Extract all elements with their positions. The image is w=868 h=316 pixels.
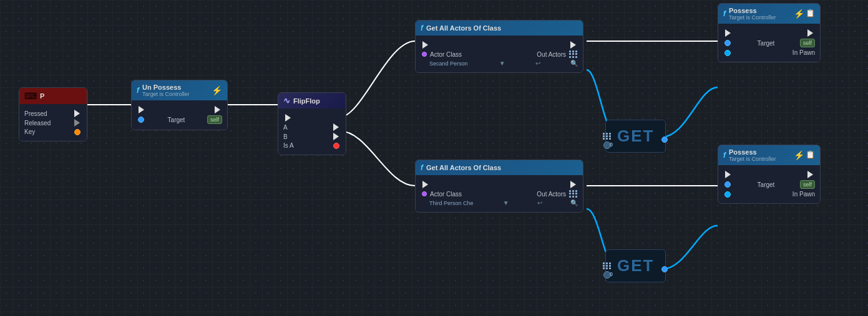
search-icon-bottom[interactable]: 🔍	[570, 199, 578, 206]
pressed-pin[interactable]	[74, 110, 80, 117]
key-row: Key	[24, 128, 82, 135]
out-actors-pin[interactable]	[569, 50, 577, 58]
possess-top-pawn-label: In Pawn	[792, 49, 815, 56]
released-pin[interactable]	[74, 119, 80, 127]
possess-bottom-pawn-label: In Pawn	[792, 191, 815, 198]
possess-top-title: Possess	[729, 7, 776, 14]
possess-bottom-pawn-row: In Pawn	[723, 191, 815, 198]
b-label: B	[283, 133, 288, 140]
possess-bottom-pawn-pin[interactable]	[724, 191, 731, 198]
possess-bottom-book: 📋	[806, 150, 815, 160]
possess-bottom-self: self	[800, 180, 815, 189]
possess-bottom-exec-in[interactable]	[725, 171, 731, 178]
key-p-title: P	[40, 92, 44, 100]
search-icon-top[interactable]: 🔍	[570, 60, 578, 67]
un-possess-target-row: Target self	[137, 115, 222, 124]
released-row: Released	[24, 119, 82, 127]
gat-exec-out[interactable]	[570, 41, 576, 49]
possess-bottom-bolt: ⚡	[794, 150, 804, 160]
un-possess-titles: Un Possess Target is Controller	[142, 84, 190, 97]
possess-bottom-target-row: Target self	[723, 180, 815, 189]
get-actors-bottom-header: f Get All Actors Of Class	[416, 160, 583, 175]
pressed-row: Pressed	[24, 110, 82, 117]
possess-bottom-subtitle: Target is Controller	[729, 156, 776, 162]
dropdown-icon-bottom[interactable]: ▼	[503, 199, 509, 206]
get-actors-top-title: Get All Actors Of Class	[426, 24, 501, 32]
possess-top-target-pin[interactable]	[724, 40, 731, 46]
un-possess-header: f Un Possess Target is Controller ⚡	[132, 80, 227, 100]
actor-class-bottom-row: Actor Class Out Actors	[421, 190, 578, 198]
out-actors-bottom-pin[interactable]	[569, 190, 577, 198]
get-top-out[interactable]	[661, 136, 668, 143]
gab-exec-out[interactable]	[570, 181, 576, 188]
reset-icon-top[interactable]: ↩	[535, 60, 540, 67]
get-actors-bottom-title: Get All Actors Of Class	[426, 164, 501, 171]
gab-exec-in[interactable]	[422, 181, 428, 188]
is-a-row: Is A	[283, 142, 341, 149]
actor-class-label: Actor Class	[430, 51, 462, 58]
actor-class-value-top: Secand Person ▼ ↩ 🔍	[421, 60, 578, 67]
un-possess-exec-row	[137, 106, 222, 113]
possess-bottom-exec-out[interactable]	[807, 171, 813, 178]
possess-top-pawn-row: In Pawn	[723, 49, 815, 56]
a-pin[interactable]	[333, 123, 339, 131]
flipflop-exec-row	[283, 114, 341, 122]
func-icon-top: f	[421, 24, 423, 32]
un-possess-title: Un Possess	[142, 84, 190, 91]
get-top-array-in[interactable]	[603, 133, 610, 140]
is-a-label: Is A	[283, 142, 294, 149]
possess-bottom-exec	[723, 171, 815, 178]
get-top-text: GET	[617, 127, 654, 146]
possess-bottom-title: Possess	[729, 148, 776, 156]
actor-class-top-row: Actor Class Out Actors	[421, 50, 578, 58]
func-icon: f	[137, 86, 139, 95]
possess-top-book: 📋	[806, 9, 815, 19]
possess-bottom-target-pin[interactable]	[724, 181, 731, 188]
self-badge: self	[207, 115, 222, 124]
possess-top-bolt: ⚡	[794, 9, 804, 19]
possess-top-func-icon: f	[723, 9, 726, 18]
get-actors-top-node: f Get All Actors Of Class Actor Class Ou…	[415, 20, 583, 73]
ff-exec-in[interactable]	[285, 114, 291, 122]
key-p-body: Pressed Released Key	[19, 104, 87, 141]
actor-class-bottom-left: Actor Class	[421, 191, 462, 198]
target-in-pin[interactable]	[138, 117, 144, 123]
b-pin[interactable]	[333, 133, 339, 140]
possess-top-exec-in[interactable]	[725, 29, 731, 37]
exec-out-pin[interactable]	[215, 106, 220, 113]
is-a-pin[interactable]	[333, 143, 339, 149]
possess-bottom-body: Target self In Pawn	[718, 165, 820, 203]
un-possess-body: Target self	[132, 100, 227, 130]
get-bottom-node: 0 GET	[605, 249, 666, 282]
b-row: B	[283, 133, 341, 140]
get-bottom-index-label: 0	[610, 271, 613, 277]
possess-bottom-target-label: Target	[758, 181, 775, 188]
possess-top-exec	[723, 29, 815, 37]
flipflop-icon: ∿	[283, 96, 290, 105]
released-label: Released	[24, 120, 51, 127]
dropdown-icon-top[interactable]: ▼	[499, 60, 505, 67]
possess-bottom-header: f Possess Target is Controller ⚡ 📋	[718, 145, 820, 165]
actor-class-pin[interactable]	[422, 52, 427, 57]
func-icon-bottom: f	[421, 163, 423, 172]
get-bottom-text: GET	[617, 256, 654, 275]
out-actors-right: Out Actors	[537, 50, 578, 58]
actor-class-bottom-pin[interactable]	[422, 191, 427, 196]
possess-top-header: f Possess Target is Controller ⚡ 📋	[718, 4, 820, 24]
a-label: A	[283, 124, 288, 131]
get-top-index-label: 0	[610, 141, 613, 148]
key-pin[interactable]	[74, 129, 80, 135]
un-possess-subtitle: Target is Controller	[142, 91, 190, 97]
get-bottom-array-in[interactable]	[603, 262, 610, 270]
out-actors-bottom-label: Out Actors	[537, 191, 566, 198]
possess-top-pawn-pin[interactable]	[724, 50, 731, 56]
possess-top-target-row: Target self	[723, 39, 815, 47]
possess-top-target-label: Target	[758, 40, 775, 47]
possess-bottom-func-icon: f	[723, 151, 726, 160]
exec-in-pin[interactable]	[139, 106, 144, 113]
gat-exec-in[interactable]	[422, 41, 428, 49]
get-bottom-out[interactable]	[661, 266, 668, 272]
possess-top-exec-out[interactable]	[807, 29, 813, 37]
reset-icon-bottom[interactable]: ↩	[537, 199, 542, 206]
actor-class-value-bottom: Third Person Che ▼ ↩ 🔍	[421, 199, 578, 206]
